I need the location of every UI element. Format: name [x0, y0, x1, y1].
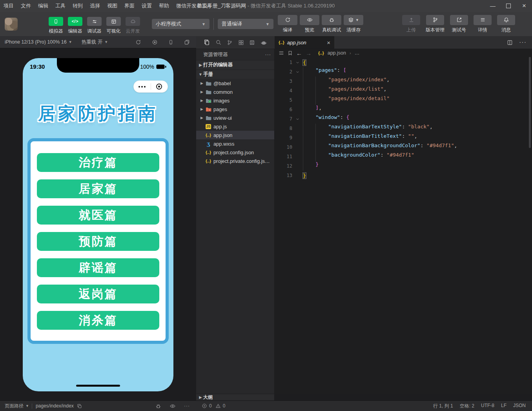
compile-button[interactable]: 编译 [278, 15, 297, 33]
avatar[interactable] [5, 18, 18, 31]
messages-button[interactable]: 消息 [497, 15, 515, 33]
debugger-button[interactable]: 调试器 [85, 17, 104, 35]
line-number: 12 [275, 163, 292, 169]
token: , [414, 133, 417, 139]
record-icon[interactable] [152, 39, 158, 45]
device-select[interactable]: iPhone 12/13 (Pro) 100% 16▼ [5, 39, 72, 45]
tree-item-images[interactable]: ▶images [196, 96, 274, 105]
preview-button[interactable]: 预览 [300, 15, 319, 33]
list-icon[interactable] [279, 50, 284, 56]
phone-menu-button-4[interactable]: 预防篇 [37, 232, 159, 251]
split-editor-icon[interactable] [507, 40, 513, 46]
menu-item-0[interactable]: 项目 [0, 0, 17, 12]
back-icon[interactable]: ← [296, 50, 302, 57]
editor-label: 编辑器 [68, 28, 82, 35]
tree-item-uview-ui[interactable]: ▶uview-ui [196, 113, 274, 122]
rotate-icon[interactable] [135, 39, 141, 45]
files-icon[interactable] [204, 39, 210, 46]
exit-button[interactable] [151, 83, 168, 90]
menu-item-7[interactable]: 界面 [121, 0, 138, 12]
phone-menu-button-1[interactable]: 治疗篇 [37, 153, 159, 172]
page-path-label[interactable]: 页面路径 [5, 403, 24, 409]
menu-item-6[interactable]: 视图 [104, 0, 121, 12]
tree-item-@babel[interactable]: ▶@babel [196, 79, 274, 88]
tree-item-app.js[interactable]: JSapp.js [196, 122, 274, 131]
bookmark-icon[interactable] [288, 50, 293, 56]
phone-menu-button-6[interactable]: 返岗篇 [37, 285, 159, 303]
more-menu-button[interactable] [134, 86, 151, 88]
eye-icon[interactable] [169, 403, 176, 409]
menu-card: 治疗篇居家篇就医篇预防篇辟谣篇返岗篇消杀篇 [27, 138, 169, 344]
clear-cache-button[interactable]: ▼清缓存 [344, 15, 363, 33]
menu-item-10[interactable]: 微信开发者工具 [173, 0, 215, 12]
test-account-button[interactable]: 测试号 [450, 15, 468, 33]
tree-item-app.json[interactable]: {..}app.json [196, 131, 274, 139]
line-number: 1 [275, 60, 292, 65]
hot-reload-toggle[interactable]: 热重载 开▼ [82, 39, 108, 46]
phone-menu-button-2[interactable]: 居家篇 [37, 179, 159, 198]
more-actions-icon[interactable]: ··· [265, 52, 271, 57]
details-button[interactable]: 详情 [474, 15, 492, 33]
version-manage-button[interactable]: 版本管理 [426, 15, 445, 33]
menu-item-4[interactable]: 转到 [69, 0, 86, 12]
tab-app-json[interactable]: {..} app.json × [275, 36, 334, 49]
simulator-button[interactable]: 模拟器 [46, 17, 66, 35]
line-number: 11 [275, 154, 292, 159]
menu-item-2[interactable]: 编辑 [35, 0, 52, 12]
section-open-editors[interactable]: ▶ 打开的编辑器 [196, 60, 274, 69]
statusbar-left: 页面路径 ▼ pages/index/index ··· [0, 403, 196, 409]
menu-item-9[interactable]: 帮助 [155, 0, 173, 12]
tree-item-project.config.json[interactable]: {..}project.config.json [196, 148, 274, 157]
teapot-icon[interactable] [261, 40, 267, 46]
compile-label: 编译 [283, 27, 292, 33]
editor-scrollbar[interactable] [529, 57, 531, 148]
save-icon[interactable] [249, 40, 255, 46]
menu-item-8[interactable]: 设置 [138, 0, 155, 12]
fold-chevron-icon[interactable] [292, 70, 303, 74]
maximize-button[interactable] [501, 0, 516, 12]
fold-chevron-icon[interactable] [292, 117, 303, 121]
wxss-icon: ʒ [204, 141, 212, 146]
tree-item-common[interactable]: ▶common [196, 88, 274, 96]
mode-select[interactable]: 小程序模式▼ [152, 19, 210, 29]
grid-icon[interactable] [238, 40, 244, 46]
outline-section[interactable]: ▶ 大纲 [196, 394, 275, 400]
close-icon[interactable]: × [327, 39, 330, 46]
forward-icon[interactable]: → [306, 50, 312, 57]
phone-menu-button-5[interactable]: 辟谣篇 [37, 258, 159, 277]
fold-chevron-icon[interactable] [292, 60, 303, 65]
editor-button[interactable]: </>编辑器 [66, 17, 85, 35]
device-debug-button[interactable]: 真机调试 [322, 15, 341, 33]
close-button[interactable]: × [516, 0, 532, 12]
indent-setting[interactable]: 空格: 2 [460, 403, 474, 409]
code-text: ], [303, 105, 322, 114]
encoding[interactable]: UTF-8 [481, 403, 494, 409]
tree-item-project.private.config.js[interactable]: {..}project.private.config.js… [196, 157, 274, 165]
search-icon[interactable] [215, 39, 222, 46]
phone-menu-button-7[interactable]: 消杀篇 [37, 311, 159, 330]
cursor-position[interactable]: 行 1, 列 1 [433, 403, 453, 409]
menu-item-5[interactable]: 选择 [86, 0, 104, 12]
tree-item-app.wxss[interactable]: ʒapp.wxss [196, 139, 274, 148]
copy-icon[interactable] [77, 404, 82, 409]
section-project[interactable]: ▼ 手册 [196, 69, 274, 79]
compile-select[interactable]: 普通编译▼ [218, 19, 273, 29]
menu-item-1[interactable]: 文件 [17, 0, 35, 12]
menu-item-3[interactable]: 工具 [52, 0, 69, 12]
phone-menu-button-3[interactable]: 就医篇 [37, 206, 159, 225]
more-actions-icon[interactable]: ··· [519, 39, 527, 46]
minimize-button[interactable]: — [485, 0, 501, 12]
multiwindow-icon[interactable] [184, 39, 190, 45]
eol[interactable]: LF [501, 403, 506, 409]
code-area[interactable]: 1{2"pages": [3"pages/index/index",4"page… [275, 58, 532, 180]
branch-icon[interactable] [227, 40, 233, 46]
indent-guide [303, 77, 315, 86]
token: , [383, 86, 386, 92]
tree-item-pages[interactable]: ▶pages [196, 105, 274, 113]
visualizer-button[interactable]: 可视化 [104, 17, 123, 35]
phone-icon[interactable] [168, 39, 173, 45]
problems-summary[interactable]: 0 0 [196, 403, 275, 409]
language-mode[interactable]: JSON [513, 403, 526, 409]
more-actions-icon[interactable]: ··· [184, 403, 190, 409]
bug-icon[interactable] [155, 403, 161, 409]
